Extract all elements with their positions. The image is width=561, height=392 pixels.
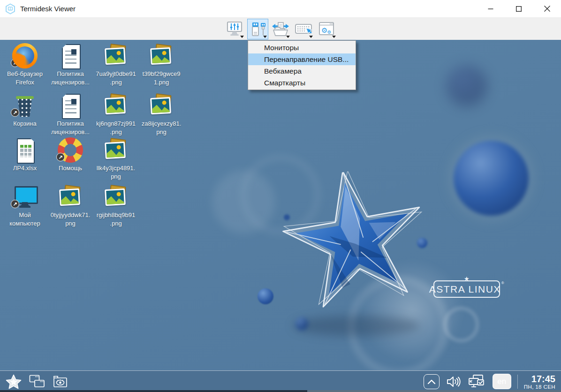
menu-item-smartcards[interactable]: Смарткарты: [248, 77, 356, 89]
desktop-icon-png-za8i[interactable]: za8ijcyexzy81.png: [139, 93, 184, 136]
icon-label: Корзина: [2, 120, 47, 128]
astra-linux-logo: ★ ASTRA LINUX®: [433, 280, 500, 298]
image-file-icon: [149, 93, 174, 118]
astra-star-icon: ★: [464, 275, 470, 282]
menu-item-webcam[interactable]: Вебкамера: [248, 65, 356, 77]
maximize-button[interactable]: [505, 0, 533, 17]
session-settings-button[interactable]: ⚙ ⚙: [316, 19, 337, 39]
keyboard-pointer-icon: [294, 21, 313, 38]
lifebuoy-icon: ↗: [58, 137, 83, 163]
window-list-button[interactable]: [29, 375, 45, 389]
desktop-icon-xlsx[interactable]: ЛР4.xlsx: [2, 137, 47, 173]
image-file-icon: [58, 184, 83, 210]
icon-label: Политикалицензиров...: [48, 70, 93, 87]
volume-button[interactable]: [446, 375, 462, 389]
chevron-down-icon: [332, 36, 336, 38]
toolbar: ⚙ ⚙: [0, 18, 561, 40]
usb-redirect-button[interactable]: [247, 19, 268, 39]
desktop-icon-trash[interactable]: ↗ Корзина: [2, 93, 47, 128]
shortcut-arrow-badge: ↗: [11, 108, 19, 117]
remote-desktop-view: ★ ASTRA LINUX® ↗ Веб-браузерFirefox Поли…: [0, 40, 561, 392]
desktop-icon-png-llk4[interactable]: llk4y3jcp4891.png: [93, 137, 138, 181]
maximize-icon: [516, 6, 522, 12]
shortcut-arrow-badge: ↗: [11, 59, 19, 67]
monitor-icon: ↗: [12, 184, 38, 210]
icon-label: Мойкомпьютер: [2, 211, 47, 228]
icon-label: Политикалицензиров...: [48, 120, 93, 136]
icon-label: za8ijcyexzy81.png: [139, 120, 184, 136]
image-file-icon: [103, 93, 129, 118]
folder-eye-icon: [53, 375, 68, 389]
folder-transfer-arrows-icon: [271, 21, 290, 38]
termidesk-viewer-window: Termidesk Viewer: [0, 0, 561, 392]
network-status-button[interactable]: [468, 374, 486, 389]
blue-sphere: [447, 66, 487, 106]
keyboard-layout-indicator[interactable]: en: [493, 374, 511, 389]
firefox-icon: ↗: [12, 43, 38, 68]
usb-devices-icon: [248, 21, 267, 38]
shortcut-arrow-badge: ↗: [56, 153, 65, 161]
desktop-icon-png-0tyj[interactable]: 0tyjjyyddwk71.png: [48, 184, 93, 228]
window-controls: [477, 0, 561, 17]
tray-expand-button[interactable]: [424, 374, 440, 389]
icon-label: kj6ngn87zj991.png: [93, 120, 138, 136]
window-list-icon: [29, 375, 45, 389]
desktop-icon-policy-1[interactable]: Политикалицензиров...: [48, 43, 93, 87]
titlebar: Termidesk Viewer: [0, 0, 561, 18]
chevron-down-icon: [240, 36, 244, 38]
displays-check-icon: [468, 374, 486, 389]
file-transfer-button[interactable]: [270, 19, 291, 39]
window-gears-icon: ⚙ ⚙: [317, 21, 336, 38]
file-manager-button[interactable]: [53, 375, 68, 389]
icon-label: Веб-браузерFirefox: [2, 70, 47, 87]
astra-logo-text: ASTRA LINUX®: [429, 284, 504, 295]
image-file-icon: [103, 137, 129, 163]
blue-sphere-small: [258, 288, 273, 304]
blue-sphere-small: [417, 238, 427, 248]
bokeh-ring: [240, 154, 321, 235]
desktop-icon-png-t39b[interactable]: t39bf29gwce91.png: [139, 43, 184, 87]
icon-label: t39bf29gwce91.png: [139, 70, 184, 87]
image-file-icon: [149, 43, 174, 68]
desktop-icon-firefox[interactable]: ↗ Веб-браузерFirefox: [2, 43, 47, 87]
glass-star-wallpaper: [271, 159, 439, 323]
blue-sphere-large: [454, 141, 529, 216]
minimize-icon: [488, 6, 493, 12]
remote-taskbar: en 17:45 ПН, 18 СЕН: [0, 370, 561, 392]
image-file-icon: [103, 184, 129, 210]
icon-label: 0tyjjyyddwk71.png: [48, 211, 93, 228]
screen-edge-strip: [0, 390, 307, 392]
menu-item-monitors[interactable]: Мониторы: [248, 42, 356, 53]
blue-sphere-small: [296, 317, 308, 330]
bokeh-glow: [359, 258, 464, 363]
clock-time: 17:45: [524, 374, 555, 384]
close-button[interactable]: [533, 0, 561, 17]
icon-label: 7ua9yjt0dbe91.png: [93, 70, 138, 87]
close-icon: [544, 6, 550, 12]
tray-divider: [517, 375, 518, 389]
trash-icon: ↗: [12, 93, 38, 118]
display-settings-button[interactable]: [224, 19, 245, 39]
start-menu-button[interactable]: [6, 374, 22, 389]
desktop-icon-my-computer[interactable]: ↗ Мойкомпьютер: [2, 184, 47, 228]
icon-label: Помощь: [48, 164, 93, 173]
svg-text:⚙: ⚙: [327, 30, 332, 35]
system-tray: en 17:45 ПН, 18 СЕН: [424, 373, 561, 390]
icon-label: rgijbh8bq9b91.png: [93, 211, 138, 228]
chevron-up-icon: [427, 378, 436, 385]
menu-item-usb-redirect[interactable]: Перенаправление USB...: [248, 53, 356, 65]
speaker-icon: [446, 375, 462, 389]
clock-widget[interactable]: 17:45 ПН, 18 СЕН: [524, 373, 555, 390]
desktop-icon-png-kj6n[interactable]: kj6ngn87zj991.png: [93, 93, 138, 136]
desktop-icon-policy-2[interactable]: Политикалицензиров...: [48, 93, 93, 136]
taskbar-left: [0, 374, 68, 389]
keyboard-input-button[interactable]: [293, 19, 314, 39]
desktop-icon-png-rgij[interactable]: rgijbh8bq9b91.png: [93, 184, 138, 228]
desktop-icon-png-7ua9[interactable]: 7ua9yjt0dbe91.png: [93, 43, 138, 87]
icon-label: ЛР4.xlsx: [2, 164, 47, 173]
document-icon: [58, 93, 83, 118]
chevron-down-icon: [309, 36, 313, 38]
minimize-button[interactable]: [477, 0, 505, 17]
desktop-icon-help[interactable]: ↗ Помощь: [48, 137, 93, 173]
image-file-icon: [103, 43, 129, 68]
